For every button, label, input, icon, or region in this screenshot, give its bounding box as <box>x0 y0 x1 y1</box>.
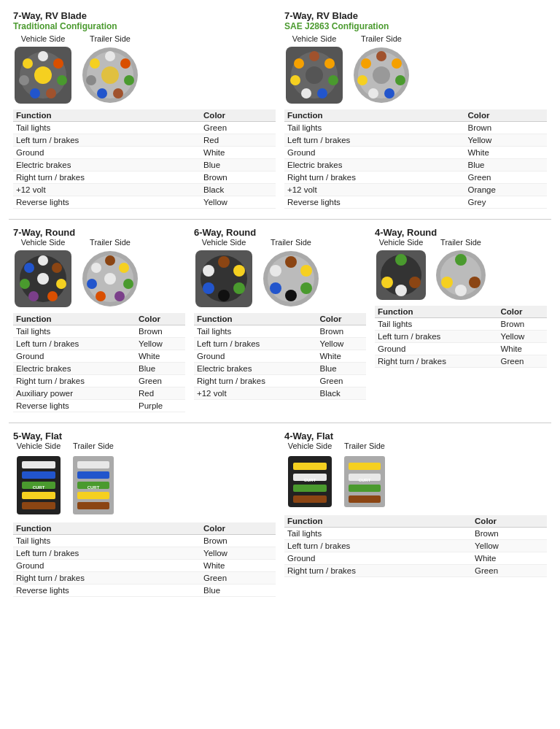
svg-rect-99 <box>77 492 109 499</box>
subtitle-7way-traditional: Traditional Configuration <box>13 21 276 31</box>
svg-point-48 <box>20 279 30 289</box>
svg-text:CURT: CURT <box>359 478 371 482</box>
diagrams-7way-traditional: Vehicle Side <box>13 34 276 105</box>
svg-point-65 <box>218 290 230 301</box>
color-cell: Yellow <box>464 134 547 147</box>
svg-rect-103 <box>293 463 327 470</box>
function-cell: Tail lights <box>13 122 201 134</box>
function-cell: Ground <box>13 560 201 572</box>
4f-trailer-group: Trailer Side CURT <box>343 441 386 511</box>
block-6way-round: 6-Way, Round Vehicle Side <box>190 224 370 415</box>
5f-trailer-label: Trailer Side <box>73 441 114 450</box>
table-row: Electric brakesBlue <box>284 159 547 171</box>
row-3: 5-Way, Flat Vehicle Side CURT <box>9 428 551 600</box>
svg-rect-96 <box>77 461 109 468</box>
svg-point-36 <box>384 88 394 99</box>
function-cell: Reverse lights <box>284 196 464 209</box>
function-cell: Ground <box>375 343 498 355</box>
table-4way-round: Function Color Tail lightsBrownLeft turn… <box>375 306 547 368</box>
function-cell: Auxiliary power <box>13 387 136 400</box>
table-7way-sae: Function Color Tail lightsBrownLeft turn… <box>284 109 547 209</box>
color-cell: Blue <box>317 363 366 375</box>
4f-trailer-label: Trailer Side <box>344 441 385 450</box>
svg-point-59 <box>91 263 101 273</box>
table-row: Tail lightsBrown <box>13 325 185 338</box>
table-row: Tail lightsGreen <box>13 122 276 134</box>
table-7way-round: Function Color Tail lightsBrownLeft turn… <box>13 313 185 412</box>
svg-rect-111 <box>349 485 381 492</box>
svg-point-56 <box>114 291 125 301</box>
svg-point-9 <box>23 58 33 69</box>
function-cell: Right turn / brakes <box>13 572 201 585</box>
svg-point-47 <box>28 291 39 301</box>
svg-point-7 <box>30 88 40 99</box>
svg-rect-90 <box>22 471 55 479</box>
vehicle-label: Vehicle Side <box>21 34 66 43</box>
table-row: +12 voltBlack <box>194 387 366 400</box>
svg-point-66 <box>203 282 214 294</box>
4f-vehicle-label: Vehicle Side <box>288 441 332 450</box>
function-cell: Left turn / brakes <box>13 547 201 560</box>
5f-trailer-group: Trailer Side CURT <box>71 441 115 518</box>
svg-text:CURT: CURT <box>33 485 45 490</box>
vehicle-side-group: Vehicle Side <box>13 34 73 105</box>
table-row: Electric brakesBlue <box>13 159 276 171</box>
svg-point-80 <box>381 277 393 288</box>
title-6way-round: 6-Way, Round <box>194 227 366 238</box>
table-row: GroundWhite <box>13 560 276 572</box>
7r-trailer-group: Trailer Side <box>80 238 140 309</box>
title-4way-flat: 4-Way, Flat <box>284 431 547 441</box>
function-cell: Tail lights <box>284 122 464 134</box>
svg-point-37 <box>368 88 378 99</box>
col-color: Color <box>201 109 276 122</box>
4r-vehicle-label: Vehicle Side <box>379 238 424 247</box>
color-cell: White <box>472 552 547 565</box>
svg-point-63 <box>233 265 245 277</box>
svg-rect-109 <box>349 463 381 470</box>
function-cell: Tail lights <box>284 528 472 540</box>
function-cell: Left turn / brakes <box>194 338 317 350</box>
color-cell: Black <box>317 387 366 400</box>
color-cell: Orange <box>464 184 547 196</box>
table-row: Electric brakesBlue <box>194 363 366 375</box>
page-wrapper: 7-Way, RV Blade Traditional Configuratio… <box>9 7 551 600</box>
svg-rect-92 <box>22 492 55 499</box>
table-row: GroundWhite <box>194 350 366 363</box>
table-row: Left turn / brakesYellow <box>375 331 547 343</box>
svg-point-39 <box>361 58 371 69</box>
color-cell: White <box>136 350 185 363</box>
svg-rect-93 <box>22 502 55 509</box>
function-cell: Ground <box>284 552 472 565</box>
table-6way-round: Function Color Tail lightsBrownLeft turn… <box>194 313 366 400</box>
table-4way-flat: Function Color Tail lightsBrownLeft turn… <box>284 515 547 577</box>
sae-vehicle-label: Vehicle Side <box>292 34 337 43</box>
6r-trailer-group: Trailer Side <box>261 238 321 309</box>
col-function: Function <box>284 109 464 122</box>
diagrams-4way-round: Vehicle Side Trailer Side <box>375 238 547 301</box>
function-cell: Right turn / brakes <box>284 171 464 184</box>
function-cell: Ground <box>13 350 136 363</box>
5way-flat-vehicle-svg: CURT <box>13 452 64 518</box>
table-row: Tail lightsBrown <box>13 535 276 547</box>
function-cell: Reverse lights <box>13 585 201 597</box>
svg-point-55 <box>123 279 133 289</box>
svg-rect-97 <box>77 471 109 479</box>
table-row: Right turn / brakesGreen <box>13 572 276 585</box>
color-cell: Brown <box>317 325 366 338</box>
block-7way-round: 7-Way, Round Vehicle Side <box>9 224 190 415</box>
svg-point-27 <box>301 88 311 99</box>
svg-rect-106 <box>293 495 327 503</box>
color-cell: White <box>201 147 276 159</box>
color-cell: White <box>464 147 547 159</box>
color-cell: Yellow <box>317 338 366 350</box>
function-cell: Tail lights <box>194 325 317 338</box>
svg-point-17 <box>97 88 107 99</box>
svg-point-34 <box>392 58 402 69</box>
table-row: Left turn / brakesYellow <box>284 540 547 552</box>
6way-round-trailer-svg <box>261 249 321 309</box>
table-row: +12 voltBlack <box>13 184 276 196</box>
table-row: Tail lightsBrown <box>194 325 366 338</box>
svg-point-18 <box>86 75 96 85</box>
sae-trailer-side-group: Trailer Side <box>351 34 411 105</box>
table-row: Reverse lightsPurple <box>13 400 185 412</box>
